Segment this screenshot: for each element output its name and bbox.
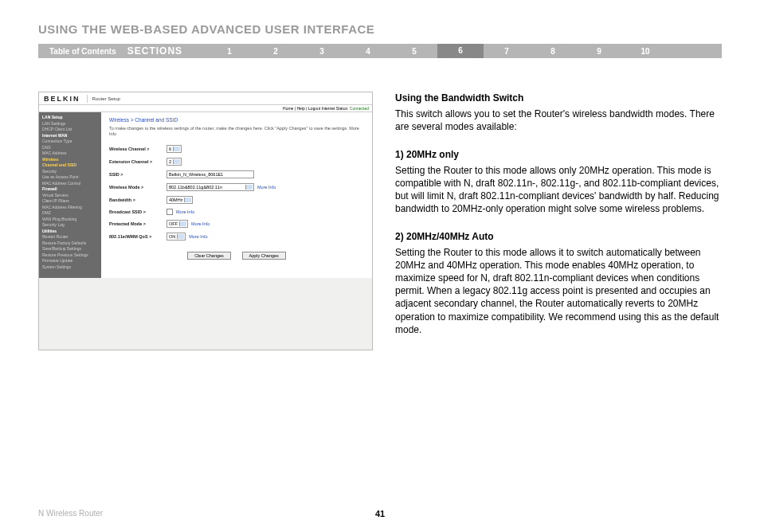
router-setup-label: Router Setup <box>88 96 120 101</box>
footer-product: N Wireless Router <box>38 509 103 518</box>
wmm-qos-select[interactable]: ON <box>166 233 186 241</box>
row-extension-channel: Extension Channel > 2 <box>109 158 364 166</box>
more-info-link[interactable]: More Info <box>176 209 194 214</box>
sidebar-item[interactable]: Security <box>39 169 101 175</box>
row-protected-mode: Protected Mode > OFF More Info <box>109 220 364 228</box>
sidebar-item[interactable]: Restore Previous Settings <box>39 252 101 259</box>
sidebar-item[interactable]: Save/Backup Settings <box>39 246 101 252</box>
nav-sections-label: SECTIONS <box>127 45 206 57</box>
sidebar-item[interactable]: DMZ <box>39 210 101 217</box>
wireless-channel-select[interactable]: 6 <box>166 145 182 153</box>
main-panel: Wireless > Channel and SSID To make chan… <box>101 112 372 278</box>
nav-10[interactable]: 10 <box>622 47 668 56</box>
para-intro: This switch allows you to set the Router… <box>395 108 722 133</box>
more-info-link[interactable]: More Info <box>257 185 276 190</box>
nav-4[interactable]: 4 <box>345 47 391 56</box>
row-wmm-qos: 802.11e/WMM QoS > ON More Info <box>109 233 364 241</box>
sidebar-item[interactable]: Firmware Update <box>39 258 101 264</box>
sidebar-item[interactable]: Internet WAN <box>39 133 101 139</box>
nav-8[interactable]: 8 <box>530 47 576 56</box>
nav-6[interactable]: 6 <box>437 44 484 58</box>
sidebar-item[interactable]: Client IP Filters <box>39 198 101 205</box>
sidebar-item[interactable]: MAC Address Control <box>39 181 101 187</box>
row-wireless-channel: Wireless Channel > 6 <box>109 145 364 153</box>
row-broadcast-ssid: Broadcast SSID > More Info <box>109 209 364 215</box>
sidebar-item[interactable]: MAC Address <box>39 151 101 157</box>
top-links-text[interactable]: Home | Help | Logout Internet Status: <box>283 106 348 111</box>
sidebar-item[interactable]: System Settings <box>39 264 101 271</box>
clear-changes-button[interactable]: Clear Changes <box>187 252 231 260</box>
nav-5[interactable]: 5 <box>391 47 437 56</box>
nav-1[interactable]: 1 <box>206 47 253 56</box>
sidebar-item[interactable]: WAN Ping Blocking <box>39 217 101 223</box>
top-links: Home | Help | Logout Internet Status: Co… <box>39 105 372 112</box>
wireless-mode-select[interactable]: 802.11b&802.11g&802.11n <box>166 183 254 191</box>
sidebar-item[interactable]: DNS <box>39 145 101 151</box>
sidebar-item[interactable]: Wireless <box>39 157 101 163</box>
sidebar-item[interactable]: Connection Type <box>39 139 101 145</box>
panel-note: To make changes to the wireless settings… <box>109 126 364 137</box>
nav-9[interactable]: 9 <box>576 47 622 56</box>
sidebar-item[interactable]: Restore Factory Defaults <box>39 241 101 247</box>
sidebar-item[interactable]: Utilities <box>39 229 101 235</box>
para-auto: Setting the Router to this mode allows i… <box>395 246 722 336</box>
sidebar-item[interactable]: Security Log <box>39 222 101 229</box>
nav-3[interactable]: 3 <box>299 47 345 56</box>
protected-mode-select[interactable]: OFF <box>166 220 188 228</box>
breadcrumb: Wireless > Channel and SSID <box>109 117 364 123</box>
page-number: 41 <box>375 509 385 518</box>
body-text: Using the Bandwidth Switch This switch a… <box>395 92 722 350</box>
more-info-link[interactable]: More Info <box>191 221 210 226</box>
section-navbar: Table of Contents SECTIONS 1 2 3 4 5 6 7… <box>38 44 722 58</box>
sidebar-item[interactable]: Use as Access Point <box>39 174 101 181</box>
page-title: USING THE WEB-BASED ADVANCED USER INTERF… <box>38 22 722 36</box>
brand-logo: BELKIN <box>44 95 88 103</box>
sidebar-item[interactable]: DHCP Client List <box>39 127 101 133</box>
sidebar-item[interactable]: MAC Address Filtering <box>39 205 101 211</box>
more-info-link[interactable]: More Info <box>189 234 207 239</box>
sidebar-item[interactable]: Firewall <box>39 186 101 193</box>
apply-changes-button[interactable]: Apply Changes <box>242 252 286 260</box>
sidebar-item[interactable]: Restart Router <box>39 234 101 241</box>
subheading-auto: 2) 20MHz/40MHz Auto <box>395 230 722 243</box>
sidebar-item[interactable]: LAN Setup <box>39 115 101 121</box>
internet-status: Connected <box>350 106 369 111</box>
nav-toc[interactable]: Table of Contents <box>38 47 127 56</box>
subheading-20mhz: 1) 20MHz only <box>395 148 722 161</box>
para-20mhz: Setting the Router to this mode allows o… <box>395 164 722 216</box>
broadcast-ssid-checkbox[interactable] <box>166 209 173 215</box>
nav-2[interactable]: 2 <box>253 47 299 56</box>
row-bandwidth: Bandwidth > 40MHz <box>109 196 364 204</box>
ssid-input[interactable]: Belkin_N_Wireless_8061E1 <box>166 170 254 178</box>
sidebar-item[interactable]: Virtual Servers <box>39 193 101 199</box>
row-ssid: SSID > Belkin_N_Wireless_8061E1 <box>109 170 364 178</box>
sidebar: LAN SetupLAN SettingsDHCP Client ListInt… <box>39 112 101 278</box>
sidebar-item[interactable]: Channel and SSID <box>39 162 101 169</box>
sidebar-item[interactable]: LAN Settings <box>39 121 101 127</box>
extension-channel-select[interactable]: 2 <box>166 158 182 166</box>
bandwidth-select[interactable]: 40MHz <box>166 196 193 204</box>
nav-7[interactable]: 7 <box>484 47 530 56</box>
row-wireless-mode: Wireless Mode > 802.11b&802.11g&802.11n … <box>109 183 364 191</box>
heading-bandwidth-switch: Using the Bandwidth Switch <box>395 92 722 104</box>
router-ui-screenshot: BELKIN Router Setup Home | Help | Logout… <box>38 92 373 350</box>
